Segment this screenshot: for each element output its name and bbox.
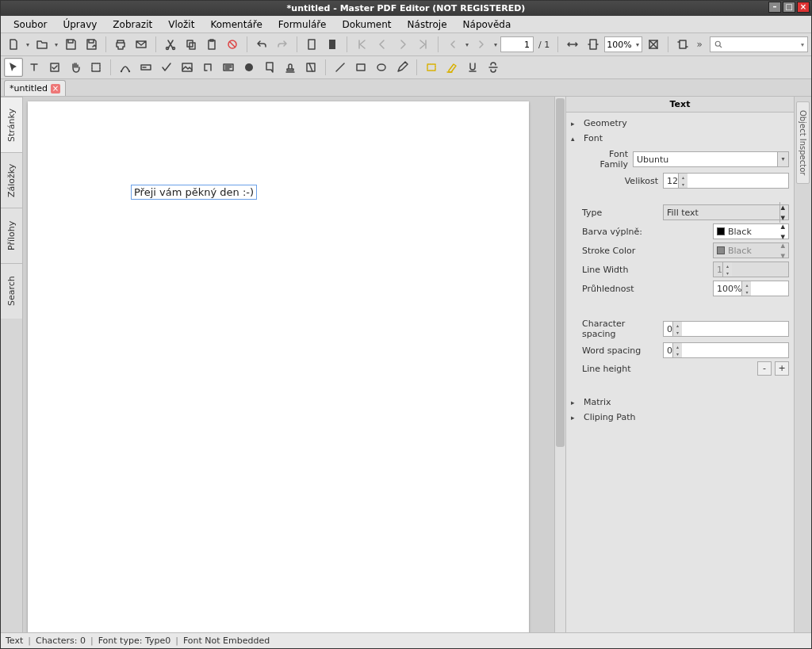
highlight-area-icon[interactable] xyxy=(422,58,441,77)
undo-icon[interactable] xyxy=(252,35,271,54)
crop-icon[interactable] xyxy=(673,35,692,54)
stamp-icon[interactable] xyxy=(281,58,300,77)
print-icon[interactable] xyxy=(111,35,130,54)
menu-tools[interactable]: Nástroje xyxy=(400,17,455,32)
attachment-icon[interactable] xyxy=(301,58,320,77)
underline-icon[interactable] xyxy=(463,58,482,77)
actual-size-icon[interactable] xyxy=(644,35,663,54)
svg-rect-9 xyxy=(590,40,596,49)
nav-back-dropdown[interactable]: ▾ xyxy=(464,41,470,48)
menu-file[interactable]: Soubor xyxy=(6,17,55,32)
save-icon[interactable] xyxy=(61,35,80,54)
rectangle-tool-icon[interactable] xyxy=(351,58,370,77)
pdf-page[interactable]: Přeji vám pěkný den :-) xyxy=(28,101,529,632)
sidebar-tab-attachments[interactable]: Přílohy xyxy=(1,208,22,263)
sidebar-tab-search[interactable]: Search xyxy=(1,263,22,319)
separator xyxy=(438,36,439,52)
note-icon[interactable] xyxy=(260,58,279,77)
opacity-input[interactable]: 100% ▴▾ xyxy=(713,281,789,296)
page-filled-icon[interactable] xyxy=(323,35,342,54)
page-number-input[interactable] xyxy=(500,36,534,52)
maximize-button[interactable]: □ xyxy=(783,2,795,13)
selection-rect-icon[interactable] xyxy=(86,58,105,77)
prev-page-icon[interactable] xyxy=(373,35,392,54)
save-as-icon[interactable] xyxy=(82,35,101,54)
menu-edit[interactable]: Úpravy xyxy=(55,17,105,32)
nav-back-icon[interactable] xyxy=(443,35,462,54)
open-file-dropdown[interactable]: ▾ xyxy=(53,41,59,48)
decrease-button[interactable]: - xyxy=(757,361,772,376)
checkmark-icon[interactable] xyxy=(157,58,176,77)
image-tool-icon[interactable] xyxy=(178,58,197,77)
menu-forms[interactable]: Formuláře xyxy=(270,17,335,32)
tab-close-icon[interactable]: × xyxy=(51,84,60,94)
minimize-button[interactable]: – xyxy=(768,2,781,13)
email-icon[interactable] xyxy=(132,35,151,54)
edit-vector-icon[interactable] xyxy=(116,58,135,77)
new-file-dropdown[interactable]: ▾ xyxy=(25,41,31,48)
sidebar-tab-bookmarks[interactable]: Záložky xyxy=(1,152,22,208)
cut-icon[interactable] xyxy=(161,35,180,54)
form-field-icon[interactable] xyxy=(219,58,238,77)
copy-icon[interactable] xyxy=(182,35,201,54)
insert-text-icon[interactable] xyxy=(136,58,155,77)
menu-help[interactable]: Nápověda xyxy=(455,17,519,32)
line-width-input: 1 ▴▾ xyxy=(713,262,789,277)
search-input[interactable]: ▾ xyxy=(710,36,808,52)
type-combo[interactable]: Fill text ▴▾ xyxy=(663,204,789,220)
ellipse-tool-icon[interactable] xyxy=(372,58,391,77)
select-tool-icon[interactable] xyxy=(4,58,23,77)
redo-icon[interactable] xyxy=(273,35,292,54)
menu-insert[interactable]: Vložit xyxy=(160,17,202,32)
toolbar-overflow[interactable]: » xyxy=(694,39,705,50)
zoom-combo[interactable]: 100%▾ xyxy=(604,36,642,52)
link-tool-icon[interactable] xyxy=(198,58,217,77)
close-button[interactable]: × xyxy=(797,2,810,13)
selected-text-box[interactable]: Přeji vám pěkný den :-) xyxy=(131,185,257,200)
edit-forms-icon[interactable] xyxy=(45,58,64,77)
first-page-icon[interactable] xyxy=(352,35,371,54)
font-size-input[interactable]: 12 ▴▾ xyxy=(663,173,789,189)
prohibit-icon[interactable] xyxy=(223,35,242,54)
section-geometry[interactable]: ▸ Geometry xyxy=(571,116,789,131)
search-dropdown-icon[interactable]: ▾ xyxy=(801,41,804,48)
menu-comments[interactable]: Komentáře xyxy=(202,17,270,32)
menu-view[interactable]: Zobrazit xyxy=(105,17,160,32)
object-inspector-tab[interactable]: Object Inspector xyxy=(796,101,810,184)
fit-page-icon[interactable] xyxy=(584,35,603,54)
font-family-combo[interactable]: Ubuntu ▾ xyxy=(633,151,789,167)
status-chars: Chacters: 0 xyxy=(36,636,86,646)
section-clipping[interactable]: ▸ Cliping Path xyxy=(571,410,789,425)
last-page-icon[interactable] xyxy=(414,35,433,54)
scrollbar-thumb[interactable] xyxy=(556,98,565,447)
nav-forward-dropdown[interactable]: ▾ xyxy=(492,41,499,48)
fill-color-combo[interactable]: Black ▴▾ xyxy=(713,223,789,239)
sidebar-tab-pages[interactable]: Stránky xyxy=(1,97,22,152)
document-tab[interactable]: *untitled × xyxy=(4,80,66,96)
record-icon[interactable] xyxy=(239,58,259,77)
line-tool-icon[interactable] xyxy=(331,58,350,77)
pencil-tool-icon[interactable] xyxy=(393,58,412,77)
panel-body: ▸ Geometry ▴ Font Font Family Ubuntu ▾ xyxy=(566,113,794,632)
vertical-scrollbar[interactable] xyxy=(554,97,565,632)
char-spacing-input[interactable]: 0 ▴▾ xyxy=(663,321,789,337)
canvas-viewport[interactable]: Přeji vám pěkný den :-) xyxy=(23,97,554,632)
fit-width-icon[interactable] xyxy=(563,35,582,54)
section-font[interactable]: ▴ Font xyxy=(571,131,789,146)
strikethrough-icon[interactable] xyxy=(484,58,503,77)
left-sidebar: Stránky Záložky Přílohy Search xyxy=(1,97,23,632)
text-tool-icon[interactable] xyxy=(25,58,44,77)
word-spacing-input[interactable]: 0 ▴▾ xyxy=(663,342,789,358)
section-matrix[interactable]: ▸ Matrix xyxy=(571,395,789,410)
separator xyxy=(557,36,558,52)
page-outline-icon[interactable] xyxy=(302,35,321,54)
increase-button[interactable]: + xyxy=(775,361,789,376)
hand-tool-icon[interactable] xyxy=(66,58,85,77)
menu-document[interactable]: Dokument xyxy=(334,17,399,32)
paste-icon[interactable] xyxy=(202,35,221,54)
nav-forward-icon[interactable] xyxy=(472,35,491,54)
highlight-text-icon[interactable] xyxy=(442,58,462,77)
next-page-icon[interactable] xyxy=(393,35,412,54)
open-file-icon[interactable] xyxy=(33,35,52,54)
new-file-icon[interactable] xyxy=(4,35,23,54)
